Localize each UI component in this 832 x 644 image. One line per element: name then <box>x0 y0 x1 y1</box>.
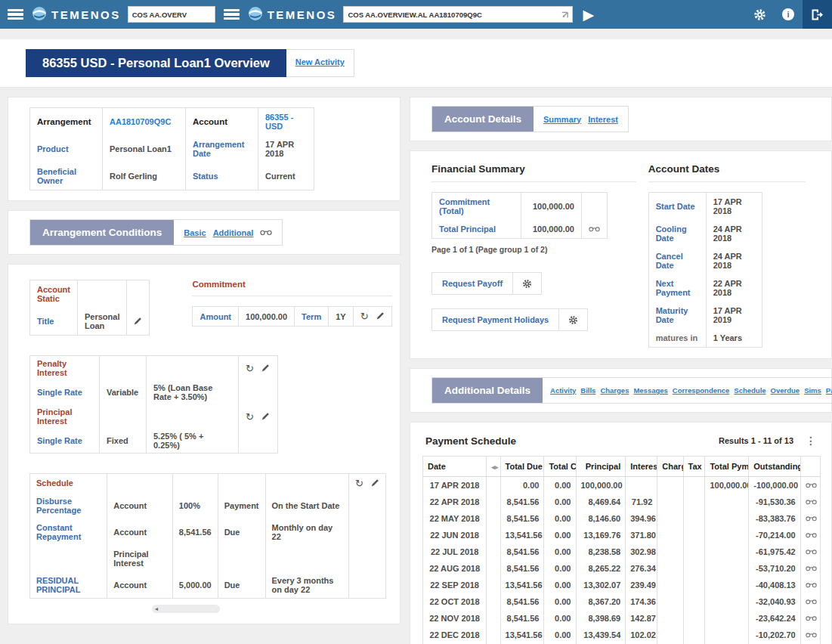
rate-value: 5.25% ( 5% + 0.25%) <box>147 429 239 454</box>
refresh-icon[interactable]: ↻ <box>355 478 363 488</box>
binoculars-icon[interactable] <box>260 229 272 236</box>
charges-link[interactable]: Charges <box>600 386 629 395</box>
summary-link[interactable]: Summary <box>543 115 581 124</box>
sims-link[interactable]: Sims <box>804 386 821 395</box>
gear-icon[interactable] <box>558 309 587 330</box>
activity-link[interactable]: Activity <box>550 386 576 395</box>
info-icon[interactable]: i <box>774 0 803 29</box>
account-details-content-card: Financial Summary Commitment (Total) 100… <box>410 150 832 359</box>
col-charge[interactable]: Charge <box>657 457 683 477</box>
binoculars-icon[interactable] <box>800 577 820 593</box>
col-principal[interactable]: Principal <box>576 457 626 477</box>
cell-total-due: 8,541.56 <box>500 610 544 627</box>
account-label: Account <box>186 108 258 136</box>
temenos-logo-2: TEMENOS <box>248 6 337 23</box>
payment-orders-link[interactable]: Payment Orders <box>826 386 832 395</box>
schedule-row-label <box>30 545 107 571</box>
beneficial-owner-value: Rolf Gerling <box>103 163 186 190</box>
cell-tax <box>683 494 705 510</box>
cell-principal: 8,367.20 <box>576 593 626 610</box>
binoculars-icon[interactable] <box>800 627 820 643</box>
additional-link[interactable]: Additional <box>213 228 254 237</box>
cell-tax <box>683 543 705 560</box>
messages-link[interactable]: Messages <box>633 386 667 395</box>
sign-out-icon[interactable] <box>803 0 832 29</box>
col-total-due[interactable]: Total Due <box>500 457 544 477</box>
arrangement-conditions-content-card: Account Static Title Personal Loan Commi… <box>8 264 401 624</box>
launch-icon[interactable] <box>561 11 569 19</box>
bills-link[interactable]: Bills <box>580 386 595 395</box>
binoculars-icon[interactable] <box>800 510 820 527</box>
left-column: Arrangement AA1810709Q9C Account 86355 -… <box>8 97 401 624</box>
payment-schedule-header: Payment Schedule Results 1 - 11 of 13 ⋮ <box>422 433 821 456</box>
col-total-cap[interactable]: Total Cap <box>544 457 576 477</box>
col-outstanding[interactable]: Outstanding <box>749 457 800 477</box>
sort-icon[interactable]: ◂▸ <box>491 463 498 471</box>
binoculars-icon[interactable] <box>582 220 608 239</box>
edit-pencil-icon[interactable] <box>261 412 270 422</box>
gear-icon[interactable] <box>512 273 541 294</box>
cell-charge <box>657 627 683 643</box>
overdue-link[interactable]: Overdue <box>771 386 800 395</box>
cell-total-cap: 0.00 <box>544 527 576 543</box>
new-activity-link[interactable]: New Activity <box>295 57 345 67</box>
edit-pencil-icon[interactable] <box>261 364 270 373</box>
run-command-icon[interactable]: ▶ <box>583 8 594 22</box>
col-date[interactable]: Date <box>423 457 487 477</box>
cell-total-pymt <box>705 593 749 610</box>
binoculars-icon[interactable] <box>800 560 820 577</box>
binoculars-icon[interactable] <box>800 610 820 627</box>
info-glyph: i <box>787 10 789 19</box>
col-interest[interactable]: Interest <box>626 457 657 477</box>
cell-date: 17 APR 2018 <box>423 477 487 494</box>
refresh-icon[interactable]: ↻ <box>246 412 254 422</box>
account-dates-title: Account Dates <box>648 163 806 175</box>
binoculars-icon[interactable] <box>800 494 820 510</box>
cell-total-due: 8,541.56 <box>500 560 544 577</box>
interest-link[interactable]: Interest <box>588 115 618 124</box>
correspondence-link[interactable]: Correspondence <box>673 386 730 395</box>
binoculars-icon[interactable] <box>800 477 820 494</box>
account-static-table: Account Static Title Personal Loan <box>29 280 150 336</box>
kebab-menu-icon[interactable]: ⋮ <box>806 435 816 447</box>
arrangement-id-link[interactable]: AA1810709Q9C <box>103 108 186 136</box>
menu-icon-2[interactable] <box>224 9 240 20</box>
cell-outstanding: -100,000.00 <box>749 477 800 494</box>
cell-interest: 394.96 <box>626 510 657 527</box>
command-input-small[interactable] <box>128 6 215 23</box>
col-tax[interactable]: Tax <box>683 457 705 477</box>
settings-gear-icon[interactable] <box>745 0 774 29</box>
edit-pencil-icon[interactable] <box>127 308 150 336</box>
binoculars-icon[interactable] <box>800 543 820 560</box>
payment-schedule-tools: Results 1 - 11 of 13 ⋮ <box>719 435 816 447</box>
cell-principal: 13,439.54 <box>576 627 626 643</box>
basic-link[interactable]: Basic <box>184 228 206 237</box>
schedule-cell: Account <box>107 492 173 519</box>
cell-interest: 239.49 <box>626 577 657 593</box>
cell-total-pymt <box>705 577 749 593</box>
account-id-link[interactable]: 86355 - USD <box>258 108 314 136</box>
cell-total-cap: 0.00 <box>544 510 576 527</box>
request-payoff-button[interactable]: Request Payoff <box>431 272 542 295</box>
page-title: 86355 USD - Personal Loan1 Overview <box>26 49 286 77</box>
refresh-icon[interactable]: ↻ <box>246 364 254 373</box>
cell-total-cap: 0.00 <box>544 627 576 643</box>
binoculars-icon[interactable] <box>800 527 820 543</box>
col-total-pymt[interactable]: Total Pymt <box>705 457 749 477</box>
cell-date: 22 SEP 2018 <box>423 577 487 593</box>
edit-pencil-icon[interactable] <box>376 311 385 321</box>
request-payment-holidays-button[interactable]: Request Payment Holidays <box>431 308 588 331</box>
scroll-left-icon[interactable]: ◂ <box>155 606 158 612</box>
refresh-icon[interactable]: ↻ <box>360 311 369 321</box>
menu-icon[interactable] <box>8 9 23 20</box>
command-input-main[interactable] <box>343 6 573 23</box>
edit-pencil-icon[interactable] <box>371 478 379 488</box>
cell-charge <box>657 560 683 577</box>
cell-interest: 71.92 <box>626 494 657 510</box>
binoculars-icon[interactable] <box>800 593 820 610</box>
schedule-link[interactable]: Schedule <box>734 386 766 395</box>
term-value: 1Y <box>329 307 353 327</box>
horizontal-scrollbar[interactable]: ◂ <box>152 605 220 613</box>
start-date-value: 17 APR 2018 <box>706 193 762 221</box>
cell-tax <box>683 610 705 627</box>
